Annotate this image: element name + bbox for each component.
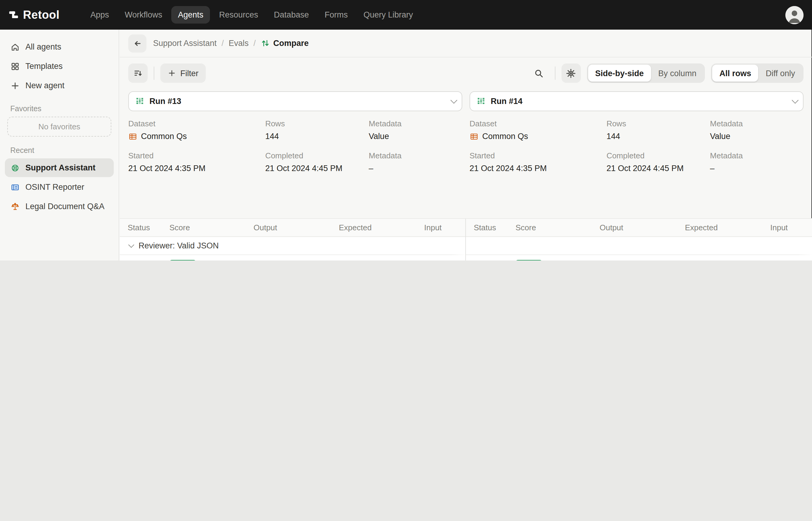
status-label: Pass: [138, 260, 156, 260]
settings-button[interactable]: [561, 64, 581, 83]
toggle-all-rows[interactable]: All rows: [712, 65, 758, 82]
sidebar-item-support-assistant[interactable]: Support Assistant: [5, 158, 114, 177]
filter-button[interactable]: Filter: [161, 64, 206, 83]
chevron-down-icon: [792, 96, 799, 103]
nav-item-resources[interactable]: Resources: [212, 6, 265, 24]
sidebar-item-templates[interactable]: Templates: [5, 57, 114, 75]
toggle-side-by-side[interactable]: Side-by-side: [588, 65, 651, 82]
results-table-right: StatusScoreOutputExpectedInputPass100%se…: [466, 219, 812, 260]
status-cell[interactable]: Pass: [466, 255, 515, 260]
table-header-row: StatusScoreOutputExpectedInput: [466, 219, 812, 237]
chevron-down-icon: [450, 96, 457, 103]
sidebar-item-label: OSINT Reporter: [25, 183, 84, 191]
meta-label: Started: [470, 151, 606, 160]
toggle-diff-only[interactable]: Diff only: [758, 65, 802, 82]
meta-value: Common Qs: [141, 132, 187, 141]
breadcrumb-item[interactable]: Support Assistant: [153, 39, 217, 48]
meta-label: Started: [128, 151, 265, 160]
search-button[interactable]: [529, 64, 549, 83]
home-icon: [10, 42, 20, 52]
sidebar-item-new-agent[interactable]: New agent: [5, 76, 114, 95]
sidebar-item-legal-document-qa[interactable]: Legal Document Q&A: [5, 197, 114, 216]
toggle-by-column[interactable]: By column: [651, 65, 704, 82]
retool-logo[interactable]: Retool: [8, 8, 60, 21]
dataset-table-icon: [470, 132, 478, 140]
sidebar-item-label: Support Assistant: [25, 163, 95, 172]
retool-logo-icon: [8, 10, 19, 20]
meta-value: 21 Oct 2024 4:35 PM: [470, 164, 547, 173]
meta-label: Metadata: [710, 151, 804, 160]
nav-item-agents[interactable]: Agents: [171, 6, 210, 24]
meta-label: Dataset: [128, 119, 265, 128]
output-cell[interactable]: send_whistic: [254, 255, 339, 260]
run-select-value: Run #14: [491, 97, 522, 106]
meta-label: Dataset: [470, 119, 606, 128]
section-row[interactable]: [466, 237, 812, 255]
meta-value: 21 Oct 2024 4:45 PM: [265, 164, 342, 173]
nav-item-database[interactable]: Database: [267, 6, 316, 24]
favorites-section-label: Favorites: [10, 105, 108, 113]
section-label: Reviewer: Valid JSON: [138, 241, 219, 250]
sidebar-item-all-agents[interactable]: All agents: [5, 38, 114, 56]
expected-cell[interactable]: send_whistic: [339, 255, 424, 260]
column-header-expected: Expected: [685, 219, 770, 236]
meta-label: Completed: [606, 151, 710, 160]
section-row[interactable]: Reviewer: Valid JSON: [120, 237, 465, 255]
breadcrumb-current: Compare: [260, 39, 308, 48]
person-icon: [785, 6, 804, 24]
column-header-score: Score: [515, 219, 600, 236]
chevron-down-icon: [128, 242, 134, 248]
score-cell[interactable]: 100%: [515, 255, 600, 260]
run-icon: [477, 97, 486, 106]
breadcrumb-separator: /: [221, 39, 224, 48]
sidebar-item-label: New agent: [25, 81, 64, 90]
brand-name: Retool: [23, 8, 60, 21]
score-label: 100%: [547, 260, 567, 260]
meta-value: Value: [710, 132, 730, 141]
result-row[interactable]: Pass100%send_whisticsend_whisticHey, doi…: [120, 255, 465, 260]
nav-item-apps[interactable]: Apps: [84, 6, 116, 24]
row-filter-toggle: All rows Diff only: [711, 64, 804, 83]
user-avatar[interactable]: [785, 6, 804, 24]
result-row[interactable]: Pass100%send_whisticsend_whisticHey, doi…: [466, 255, 812, 260]
sidebar-item-label: Legal Document Q&A: [25, 202, 104, 211]
status-cell[interactable]: Pass: [120, 255, 169, 260]
toolbar-right: Side-by-side By column All rows Diff onl…: [529, 64, 804, 83]
main-content: Support Assistant / Evals / Compare: [120, 30, 812, 260]
sort-button[interactable]: [128, 64, 148, 83]
column-header-output: Output: [254, 219, 339, 236]
app-window: Retool Apps Workflows Agents Resources D…: [0, 0, 812, 260]
score-bar: [515, 260, 542, 260]
score-cell[interactable]: 100%: [169, 255, 254, 260]
nav-item-forms[interactable]: Forms: [318, 6, 355, 24]
sidebar: All agents Templates New agent Favorites…: [0, 30, 119, 260]
meta-value: –: [710, 164, 714, 173]
meta-value: 21 Oct 2024 4:35 PM: [128, 164, 206, 173]
run-select-right[interactable]: Run #14: [470, 91, 804, 111]
breadcrumb-bar: Support Assistant / Evals / Compare: [120, 30, 812, 58]
expected-value: send_whistic: [339, 260, 384, 260]
arrow-left-icon: [132, 38, 142, 48]
column-header-input: Input: [770, 219, 812, 236]
recent-section-label: Recent: [10, 146, 108, 155]
nav-item-workflows[interactable]: Workflows: [118, 6, 169, 24]
plus-icon: [168, 69, 176, 77]
breadcrumb-item[interactable]: Evals: [229, 39, 249, 48]
input-cell[interactable]: Hey, doing: [424, 255, 465, 260]
no-favorites-placeholder: No favorites: [7, 117, 111, 137]
run-select-left[interactable]: Run #13: [128, 91, 462, 111]
meta-label: Rows: [606, 119, 710, 128]
score-label: 100%: [201, 260, 221, 260]
expected-cell[interactable]: send_whistic: [685, 255, 770, 260]
grid-icon: [10, 61, 20, 71]
expected-value: send_whistic: [685, 260, 730, 260]
input-cell[interactable]: Hey, doing: [770, 255, 812, 260]
back-button[interactable]: [128, 34, 146, 52]
nav-item-query-library[interactable]: Query Library: [357, 6, 420, 24]
gear-icon: [566, 68, 576, 78]
meta-value: 21 Oct 2024 4:45 PM: [606, 164, 684, 173]
output-cell[interactable]: send_whistic: [600, 255, 685, 260]
sidebar-item-osint-reporter[interactable]: OSINT Reporter: [5, 178, 114, 197]
sidebar-item-label: All agents: [25, 42, 61, 51]
sort-icon: [133, 68, 143, 78]
